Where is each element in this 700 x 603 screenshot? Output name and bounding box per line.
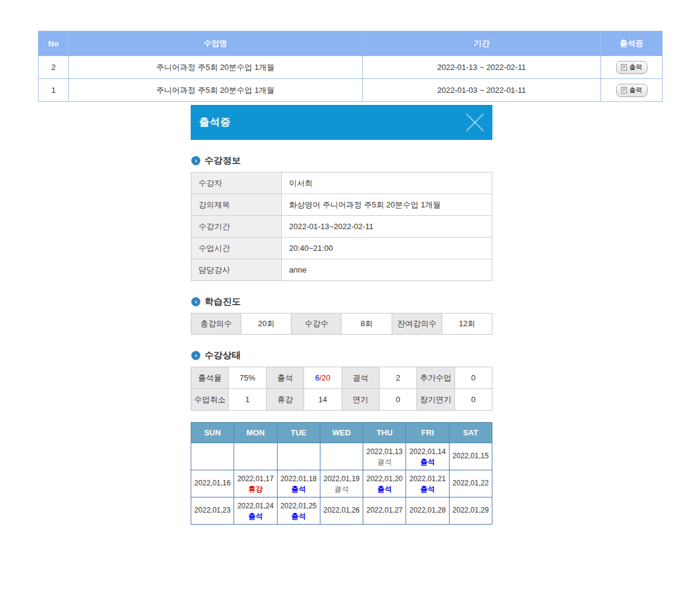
course-period: 2022-01-13 ~ 2022-02-11 xyxy=(363,56,601,79)
status-value-extra-class: 0 xyxy=(454,367,492,389)
modal-header: 출석증 xyxy=(191,105,492,140)
calendar-cell: 2022,01,14 출석 xyxy=(406,443,449,470)
calendar-cell: 2022,01,21 출석 xyxy=(406,470,449,497)
calendar-status: 결석 xyxy=(363,458,406,467)
print-button[interactable]: 출력 xyxy=(616,61,648,74)
col-header-certificate: 출석증 xyxy=(601,31,663,56)
calendar-date: 2022,01,14 xyxy=(406,446,448,458)
progress-value: 8회 xyxy=(342,314,392,335)
calendar-cell: 2022,01,23 xyxy=(191,497,234,525)
calendar-cell: 2022,01,26 xyxy=(320,497,363,525)
learning-progress-table: 총강의수 20회 수강수 8회 잔여강의수 12회 xyxy=(191,313,492,335)
col-header-class-name: 수업명 xyxy=(69,31,363,56)
calendar-cell: 2022,01,15 xyxy=(449,443,492,470)
calendar-cell: 2022,01,19 결석 xyxy=(320,470,363,497)
calendar-cell: 2022,01,29 xyxy=(449,497,492,525)
close-button[interactable] xyxy=(462,110,488,135)
calendar-date: 2022,01,29 xyxy=(450,505,492,516)
calendar-day-header-tue: TUE xyxy=(277,423,320,443)
calendar-cell: 2022,01,22 xyxy=(449,470,492,497)
info-value: 20:40~21:00 xyxy=(282,238,492,259)
status-label: 수업취소 xyxy=(191,389,229,411)
info-row: 수업시간 20:40~21:00 xyxy=(191,238,492,259)
calendar-date: 2022,01,28 xyxy=(406,505,448,516)
calendar-cell: 2022,01,28 xyxy=(406,497,449,525)
printer-icon xyxy=(620,64,628,71)
calendar-date: 2022,01,27 xyxy=(363,505,406,516)
status-label: 결석 xyxy=(342,367,379,389)
course-cert-cell: 출력 xyxy=(601,56,663,79)
calendar-cell: 2022,01,17 휴강 xyxy=(234,470,277,497)
calendar-date: 2022,01,13 xyxy=(363,446,406,458)
status-label: 추가수업 xyxy=(417,367,454,389)
calendar-date: 2022,01,25 xyxy=(278,500,320,512)
info-row: 강의제목 화상영어 주니어과정 주5회 20분수업 1개월 xyxy=(191,194,492,216)
progress-label: 잔여강의수 xyxy=(392,314,442,335)
info-row: 수강자 이서희 xyxy=(191,172,492,194)
calendar-status: 출석 xyxy=(406,458,448,467)
calendar-date: 2022,01,21 xyxy=(406,473,448,485)
status-value-attendance-rate: 75% xyxy=(229,367,266,389)
enrollment-info-table: 수강자 이서희 강의제목 화상영어 주니어과정 주5회 20분수업 1개월 수강… xyxy=(191,172,492,281)
info-value: anne xyxy=(282,259,492,281)
status-label: 장기연기 xyxy=(417,389,454,411)
calendar-cell: 2022,01,13 결석 xyxy=(363,443,406,470)
course-no: 1 xyxy=(39,79,69,102)
info-row: 담당강사 anne xyxy=(191,259,492,281)
calendar-day-header-thu: THU xyxy=(363,423,406,443)
calendar-cell: 2022,01,27 xyxy=(363,497,406,525)
calendar-date: 2022,01,17 xyxy=(234,473,276,485)
calendar-day-header-sun: SUN xyxy=(191,423,234,443)
section-heading-enrollment-info: › 수강정보 xyxy=(191,155,492,166)
progress-value: 20회 xyxy=(241,314,291,335)
printer-icon xyxy=(620,87,628,93)
calendar-cell: 2022,01,25 출석 xyxy=(277,497,320,525)
calendar-date: 2022,01,18 xyxy=(278,473,320,485)
info-value: 이서희 xyxy=(282,172,492,194)
calendar-status: 출석 xyxy=(406,485,448,494)
calendar-date: 2022,01,26 xyxy=(320,505,363,516)
course-cert-cell: 출력 xyxy=(601,79,663,102)
progress-label: 수강수 xyxy=(291,314,342,335)
calendar-status: 결석 xyxy=(320,485,363,494)
calendar-date: 2022,01,19 xyxy=(320,473,363,485)
calendar-status: 출석 xyxy=(363,485,406,494)
status-row: 수업취소 1 휴강 14 연기 0 장기연기 0 xyxy=(191,389,492,411)
status-label: 연기 xyxy=(342,389,379,411)
calendar-date: 2022,01,20 xyxy=(363,473,406,485)
calendar-week-row: 2022,01,16 2022,01,17 휴강 2022,01,18 출석 2… xyxy=(191,470,492,497)
attendance-calendar: SUN MON TUE WED THU FRI SAT 2022,01,13 xyxy=(191,422,492,525)
info-label: 수강기간 xyxy=(191,216,282,238)
print-button-label: 출력 xyxy=(629,86,643,95)
status-value-attended: 6/20 xyxy=(304,367,342,389)
calendar-date: 2022,01,15 xyxy=(450,450,492,462)
col-header-no: No xyxy=(39,31,69,56)
info-label: 담당강사 xyxy=(191,259,282,281)
calendar-cell: 2022,01,20 출석 xyxy=(363,470,406,497)
status-row: 출석율 75% 출석 6/20 결석 2 추가수업 0 xyxy=(191,367,492,389)
section-bullet-icon: › xyxy=(191,351,200,360)
status-value-postponed: 0 xyxy=(379,389,416,411)
status-value-long-postponed: 0 xyxy=(454,389,492,411)
section-bullet-icon: › xyxy=(191,297,200,306)
status-value-no-class: 14 xyxy=(304,389,342,411)
status-value-cancelled: 1 xyxy=(229,389,266,411)
print-button-label: 출력 xyxy=(629,63,643,72)
progress-label: 총강의수 xyxy=(191,314,241,335)
course-table-header-row: No 수업명 기간 출석증 xyxy=(39,31,663,56)
section-heading-label: 학습진도 xyxy=(205,296,241,308)
calendar-status: 출석 xyxy=(278,485,320,494)
info-value: 2022-01-13~2022-02-11 xyxy=(282,216,492,238)
calendar-cell-empty xyxy=(320,443,363,470)
section-heading-label: 수강상태 xyxy=(205,350,241,361)
calendar-date: 2022,01,23 xyxy=(191,505,234,516)
page: No 수업명 기간 출석증 2 주니어과정 주5회 20분수업 1개월 2022… xyxy=(0,0,700,603)
section-heading-learning-progress: › 학습진도 xyxy=(191,296,492,308)
col-header-period: 기간 xyxy=(363,31,601,56)
course-row: 1 주니어과정 주5회 20분수업 1개월 2022-01-03 ~ 2022-… xyxy=(39,79,663,102)
status-value-absent: 2 xyxy=(379,367,416,389)
section-heading-enrollment-status: › 수강상태 xyxy=(191,350,492,361)
calendar-cell: 2022,01,18 출석 xyxy=(277,470,320,497)
print-button[interactable]: 출력 xyxy=(616,84,648,97)
calendar-header-row: SUN MON TUE WED THU FRI SAT xyxy=(191,423,492,443)
